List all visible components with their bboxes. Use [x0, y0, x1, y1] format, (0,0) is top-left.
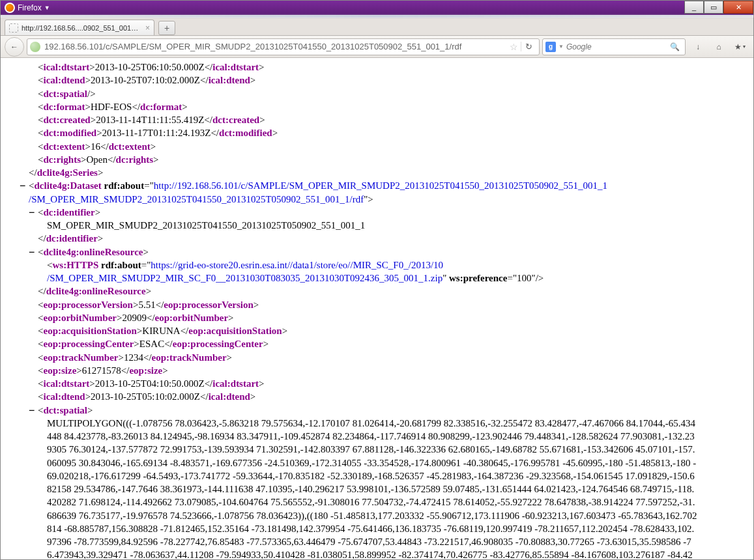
search-bar[interactable]: g ▼ 🔍	[542, 38, 686, 55]
firefox-icon	[5, 3, 15, 13]
xml-line: <ical:dtstart>2013-10-25T04:10:50.000Z</…	[7, 377, 753, 390]
collapse-toggle[interactable]: −	[29, 206, 38, 219]
new-tab-button[interactable]: +	[158, 21, 175, 35]
multipolygon-value: MULTIPOLYGON(((-1.078756 78.036423,-5.86…	[7, 417, 697, 559]
app-menu-label: Firefox	[18, 3, 42, 12]
xml-line: <ical:dtend>2013-10-25T07:10:02.000Z</ic…	[7, 74, 753, 87]
xml-line: −<dclite4g:onlineResource>	[7, 245, 753, 259]
xml-line: <dct:created>2013-11-14T11:11:55.419Z</d…	[7, 113, 753, 126]
xml-line: <dct:spatial/>	[7, 87, 753, 100]
tab-strip: http://192.168.56....0902_551_001_1/rdf …	[1, 18, 753, 36]
download-icon: ↓	[696, 42, 700, 51]
arrow-left-icon: ←	[10, 42, 18, 51]
xml-line: <dct:modified>2013-11-17T01:11:24.193Z</…	[7, 126, 753, 139]
search-engine-caret-icon[interactable]: ▼	[558, 44, 564, 49]
xml-line: <dc:rights>Open</dc:rights>	[7, 153, 753, 166]
xml-line: <eop:size>61271578</eop:size>	[7, 364, 753, 377]
xml-line: <eop:processingCenter>ESAC</eop:processi…	[7, 337, 753, 350]
glass-strip	[1, 15, 753, 18]
downloads-button[interactable]: ↓	[688, 38, 708, 56]
url-bar[interactable]: ☆ ↻	[27, 38, 540, 55]
tab-close-icon[interactable]: ×	[145, 23, 150, 33]
search-icon[interactable]: 🔍	[667, 42, 682, 51]
browser-window: Firefox ▼ _ ▭ ✕ http://192.168.56....090…	[0, 0, 754, 560]
xml-line: <eop:trackNumber>1234</eop:trackNumber>	[7, 351, 753, 364]
page-content[interactable]: <ical:dtstart>2013-10-25T06:10:50.000Z</…	[1, 58, 753, 559]
xml-line: <eop:acquisitionStation>KIRUNA</eop:acqu…	[7, 324, 753, 337]
search-input[interactable]	[566, 42, 667, 51]
collapse-toggle[interactable]: −	[29, 245, 38, 259]
xml-line: −<dct:spatial>	[7, 404, 753, 417]
xml-line: −<dclite4g:Dataset rdf:about="http://192…	[7, 179, 753, 192]
xml-line: −<dc:identifier>	[7, 206, 753, 219]
close-button[interactable]: ✕	[723, 1, 753, 14]
nav-toolbar: ← ☆ ↻ g ▼ 🔍 ↓ ⌂ ★▾	[1, 36, 753, 58]
bookmark-menu-icon: ★	[734, 42, 742, 51]
xml-line: <eop:processorVersion>5.51</eop:processo…	[7, 298, 753, 311]
minimize-button[interactable]: _	[684, 1, 704, 14]
chevron-down-icon: ▼	[44, 5, 50, 11]
xml-line: <eop:orbitNumber>20909</eop:orbitNumber>	[7, 311, 753, 324]
bookmarks-menu-button[interactable]: ★▾	[730, 38, 749, 56]
page-favicon	[9, 23, 18, 33]
chevron-down-icon: ▾	[743, 44, 746, 49]
xml-line: <ws:HTTPS rdf:about="https://grid-eo-sto…	[7, 259, 753, 272]
tab-title: http://192.168.56....0902_551_001_1/rdf	[22, 24, 141, 32]
home-button[interactable]: ⌂	[709, 38, 729, 56]
rdf-about-link[interactable]: http://192.168.56.101/c/SAMPLE/SM_OPER_M…	[154, 180, 607, 191]
collapse-toggle[interactable]: −	[29, 404, 38, 417]
maximize-button[interactable]: ▭	[704, 1, 723, 14]
window-controls: _ ▭ ✕	[684, 1, 753, 14]
xml-line: </dc:identifier>	[7, 232, 753, 245]
xml-line: <ical:dtstart>2013-10-25T06:10:50.000Z</…	[7, 61, 753, 74]
back-button[interactable]: ←	[5, 37, 24, 57]
xml-line: <ical:dtend>2013-10-25T05:10:02.000Z</ic…	[7, 390, 753, 403]
toolbar-right-icons: ↓ ⌂ ★▾	[688, 38, 749, 56]
rdf-about-link-cont[interactable]: /SM_OPER_MIR_SMUDP2_20131025T041550_2013…	[29, 194, 364, 204]
xml-line: /SM_OPER_MIR_SMUDP2_20131025T041550_2013…	[7, 193, 753, 206]
google-icon[interactable]: g	[545, 42, 556, 52]
xml-line: <dct:extent>16</dct:extent>	[7, 140, 753, 153]
reload-icon[interactable]: ↻	[521, 42, 536, 51]
globe-icon	[30, 42, 40, 52]
xml-line: </dclite4g:Series>	[7, 166, 753, 179]
browser-tab[interactable]: http://192.168.56....0902_551_001_1/rdf …	[5, 20, 154, 35]
xml-line: </dclite4g:onlineResource>	[7, 285, 753, 298]
xml-value: SM_OPER_MIR_SMUDP2_20131025T041550_20131…	[7, 219, 753, 232]
home-icon: ⌂	[716, 42, 721, 51]
xml-line: /SM_OPER_MIR_SMUDP2_MIR_SC_F0__20131030T…	[7, 272, 753, 285]
https-link-cont[interactable]: /SM_OPER_MIR_SMUDP2_MIR_SC_F0__20131030T…	[47, 273, 442, 283]
https-link[interactable]: https://grid-eo-store20.esrin.esa.int//d…	[151, 260, 443, 270]
bookmark-star-icon[interactable]: ☆	[507, 42, 521, 52]
titlebar[interactable]: Firefox ▼ _ ▭ ✕	[1, 1, 753, 15]
xml-line: <dc:format>HDF-EOS</dc:format>	[7, 100, 753, 113]
url-input[interactable]	[44, 42, 507, 51]
collapse-toggle[interactable]: −	[20, 179, 29, 192]
